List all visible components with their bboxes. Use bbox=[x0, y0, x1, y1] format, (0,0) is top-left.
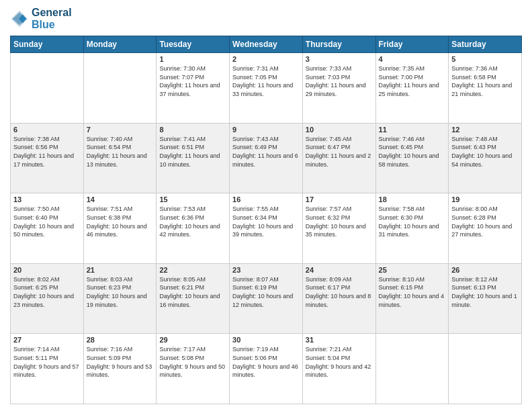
day-number: 4 bbox=[379, 55, 446, 63]
week-row-3: 13Sunrise: 7:50 AMSunset: 6:40 PMDayligh… bbox=[11, 193, 522, 264]
day-info: Sunrise: 8:09 AMSunset: 6:17 PMDaylight:… bbox=[306, 275, 373, 309]
calendar-cell: 16Sunrise: 7:55 AMSunset: 6:34 PMDayligh… bbox=[230, 193, 303, 264]
day-number: 14 bbox=[87, 195, 154, 203]
day-number: 19 bbox=[451, 195, 519, 203]
weekday-header-wednesday: Wednesday bbox=[230, 36, 303, 53]
day-number: 1 bbox=[159, 55, 226, 63]
calendar-cell: 29Sunrise: 7:17 AMSunset: 5:08 PMDayligh… bbox=[157, 334, 230, 404]
calendar-cell: 2Sunrise: 7:31 AMSunset: 7:05 PMDaylight… bbox=[230, 53, 303, 124]
day-info: Sunrise: 7:53 AMSunset: 6:36 PMDaylight:… bbox=[159, 205, 226, 238]
day-number: 24 bbox=[306, 266, 373, 274]
day-info: Sunrise: 7:43 AMSunset: 6:49 PMDaylight:… bbox=[232, 135, 300, 169]
day-info: Sunrise: 7:55 AMSunset: 6:34 PMDaylight:… bbox=[232, 205, 300, 238]
day-info: Sunrise: 7:48 AMSunset: 6:43 PMDaylight:… bbox=[451, 135, 519, 169]
day-number: 21 bbox=[87, 266, 154, 274]
day-info: Sunrise: 7:30 AMSunset: 7:07 PMDaylight:… bbox=[159, 64, 226, 98]
calendar-cell: 10Sunrise: 7:45 AMSunset: 6:47 PMDayligh… bbox=[302, 123, 375, 193]
week-row-1: 1Sunrise: 7:30 AMSunset: 7:07 PMDaylight… bbox=[11, 53, 522, 124]
day-number: 9 bbox=[232, 126, 300, 134]
day-info: Sunrise: 7:35 AMSunset: 7:00 PMDaylight:… bbox=[379, 64, 446, 98]
day-info: Sunrise: 7:45 AMSunset: 6:47 PMDaylight:… bbox=[306, 135, 373, 169]
calendar-cell: 21Sunrise: 8:03 AMSunset: 6:23 PMDayligh… bbox=[83, 263, 157, 334]
calendar-cell: 23Sunrise: 8:07 AMSunset: 6:19 PMDayligh… bbox=[230, 263, 303, 334]
day-info: Sunrise: 7:17 AMSunset: 5:08 PMDaylight:… bbox=[159, 345, 226, 379]
calendar-cell: 7Sunrise: 7:40 AMSunset: 6:54 PMDaylight… bbox=[83, 123, 157, 193]
calendar-cell: 5Sunrise: 7:36 AMSunset: 6:58 PMDaylight… bbox=[449, 53, 522, 124]
calendar-cell: 4Sunrise: 7:35 AMSunset: 7:00 PMDaylight… bbox=[375, 53, 449, 124]
day-info: Sunrise: 7:19 AMSunset: 5:06 PMDaylight:… bbox=[232, 345, 300, 379]
day-number: 5 bbox=[451, 55, 519, 63]
day-info: Sunrise: 7:36 AMSunset: 6:58 PMDaylight:… bbox=[451, 64, 519, 98]
calendar-cell: 12Sunrise: 7:48 AMSunset: 6:43 PMDayligh… bbox=[449, 123, 522, 193]
calendar-cell: 6Sunrise: 7:38 AMSunset: 6:56 PMDaylight… bbox=[11, 123, 84, 193]
logo: General Blue bbox=[10, 7, 72, 30]
weekday-header-row: SundayMondayTuesdayWednesdayThursdayFrid… bbox=[11, 36, 522, 53]
day-number: 10 bbox=[306, 126, 373, 134]
calendar-cell: 3Sunrise: 7:33 AMSunset: 7:03 PMDaylight… bbox=[302, 53, 375, 124]
day-number: 30 bbox=[232, 336, 300, 344]
day-number: 8 bbox=[159, 126, 226, 134]
day-info: Sunrise: 8:07 AMSunset: 6:19 PMDaylight:… bbox=[232, 275, 300, 309]
calendar-cell: 14Sunrise: 7:51 AMSunset: 6:38 PMDayligh… bbox=[83, 193, 157, 264]
day-number: 27 bbox=[13, 336, 81, 344]
day-info: Sunrise: 8:03 AMSunset: 6:23 PMDaylight:… bbox=[87, 275, 154, 309]
calendar-cell: 8Sunrise: 7:41 AMSunset: 6:51 PMDaylight… bbox=[157, 123, 230, 193]
day-number: 7 bbox=[87, 126, 154, 134]
weekday-header-tuesday: Tuesday bbox=[157, 36, 230, 53]
day-number: 22 bbox=[159, 266, 226, 274]
day-info: Sunrise: 7:50 AMSunset: 6:40 PMDaylight:… bbox=[13, 205, 81, 238]
calendar-cell: 30Sunrise: 7:19 AMSunset: 5:06 PMDayligh… bbox=[230, 334, 303, 404]
day-number: 29 bbox=[159, 336, 226, 344]
day-info: Sunrise: 7:51 AMSunset: 6:38 PMDaylight:… bbox=[87, 205, 154, 238]
calendar-cell bbox=[375, 334, 449, 404]
calendar-cell: 18Sunrise: 7:58 AMSunset: 6:30 PMDayligh… bbox=[375, 193, 449, 264]
day-number: 28 bbox=[87, 336, 154, 344]
day-number: 11 bbox=[379, 126, 446, 134]
day-number: 12 bbox=[451, 126, 519, 134]
calendar-cell: 1Sunrise: 7:30 AMSunset: 7:07 PMDaylight… bbox=[157, 53, 230, 124]
day-number: 23 bbox=[232, 266, 300, 274]
day-number: 13 bbox=[13, 195, 81, 203]
day-number: 26 bbox=[451, 266, 519, 274]
calendar-cell: 28Sunrise: 7:16 AMSunset: 5:09 PMDayligh… bbox=[83, 334, 157, 404]
day-number: 31 bbox=[306, 336, 373, 344]
day-number: 6 bbox=[13, 126, 81, 134]
calendar-page: General Blue SundayMondayTuesdayWednesda… bbox=[0, 0, 532, 411]
calendar-cell: 24Sunrise: 8:09 AMSunset: 6:17 PMDayligh… bbox=[302, 263, 375, 334]
calendar-cell: 27Sunrise: 7:14 AMSunset: 5:11 PMDayligh… bbox=[11, 334, 84, 404]
logo-icon bbox=[10, 9, 29, 28]
day-info: Sunrise: 7:14 AMSunset: 5:11 PMDaylight:… bbox=[13, 345, 81, 379]
calendar-cell: 31Sunrise: 7:21 AMSunset: 5:04 PMDayligh… bbox=[302, 334, 375, 404]
day-number: 20 bbox=[13, 266, 81, 274]
logo-text: General Blue bbox=[32, 7, 72, 30]
day-number: 17 bbox=[306, 195, 373, 203]
day-info: Sunrise: 8:05 AMSunset: 6:21 PMDaylight:… bbox=[159, 275, 226, 309]
day-info: Sunrise: 7:38 AMSunset: 6:56 PMDaylight:… bbox=[13, 135, 81, 169]
day-info: Sunrise: 8:12 AMSunset: 6:13 PMDaylight:… bbox=[451, 275, 519, 309]
weekday-header-friday: Friday bbox=[375, 36, 449, 53]
calendar-cell bbox=[449, 334, 522, 404]
weekday-header-thursday: Thursday bbox=[302, 36, 375, 53]
calendar-cell bbox=[83, 53, 157, 124]
day-info: Sunrise: 7:21 AMSunset: 5:04 PMDaylight:… bbox=[306, 345, 373, 379]
weekday-header-monday: Monday bbox=[83, 36, 157, 53]
calendar-table: SundayMondayTuesdayWednesdayThursdayFrid… bbox=[10, 36, 522, 404]
week-row-4: 20Sunrise: 8:02 AMSunset: 6:25 PMDayligh… bbox=[11, 263, 522, 334]
week-row-2: 6Sunrise: 7:38 AMSunset: 6:56 PMDaylight… bbox=[11, 123, 522, 193]
weekday-header-sunday: Sunday bbox=[11, 36, 84, 53]
calendar-cell: 19Sunrise: 8:00 AMSunset: 6:28 PMDayligh… bbox=[449, 193, 522, 264]
day-number: 16 bbox=[232, 195, 300, 203]
calendar-cell bbox=[11, 53, 84, 124]
calendar-cell: 26Sunrise: 8:12 AMSunset: 6:13 PMDayligh… bbox=[449, 263, 522, 334]
day-number: 3 bbox=[306, 55, 373, 63]
day-number: 15 bbox=[159, 195, 226, 203]
day-info: Sunrise: 8:02 AMSunset: 6:25 PMDaylight:… bbox=[13, 275, 81, 309]
day-number: 2 bbox=[232, 55, 300, 63]
day-info: Sunrise: 7:16 AMSunset: 5:09 PMDaylight:… bbox=[87, 345, 154, 379]
calendar-cell: 22Sunrise: 8:05 AMSunset: 6:21 PMDayligh… bbox=[157, 263, 230, 334]
day-info: Sunrise: 7:58 AMSunset: 6:30 PMDaylight:… bbox=[379, 205, 446, 238]
day-info: Sunrise: 7:57 AMSunset: 6:32 PMDaylight:… bbox=[306, 205, 373, 238]
header: General Blue bbox=[10, 7, 522, 30]
calendar-cell: 17Sunrise: 7:57 AMSunset: 6:32 PMDayligh… bbox=[302, 193, 375, 264]
calendar-cell: 15Sunrise: 7:53 AMSunset: 6:36 PMDayligh… bbox=[157, 193, 230, 264]
